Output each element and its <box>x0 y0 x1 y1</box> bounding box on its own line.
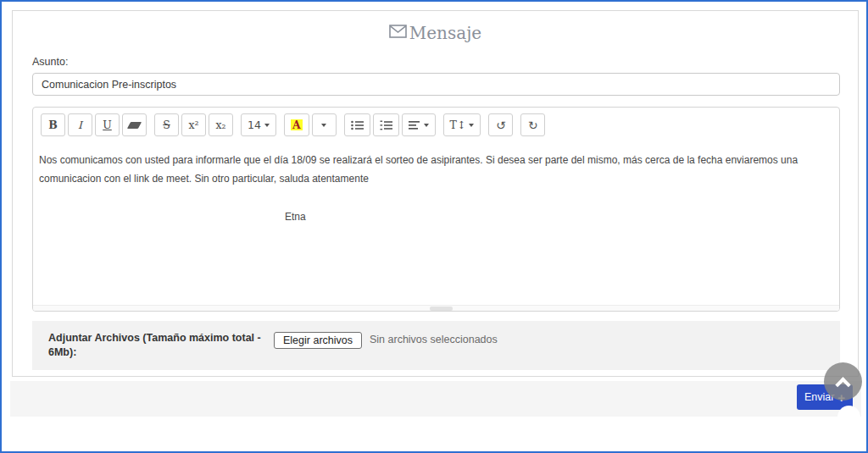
ordered-list-button[interactable] <box>373 113 399 136</box>
chevron-down-icon <box>424 124 429 127</box>
chevron-up-icon <box>835 377 850 392</box>
editor-toolbar: B I U S x² x₂ 14 A <box>33 108 839 141</box>
message-text: Nos comunicamos con usted para informarl… <box>39 151 833 188</box>
scrollbar-thumb[interactable] <box>430 307 453 311</box>
editor-horizontal-scrollbar[interactable] <box>33 305 839 311</box>
align-left-icon <box>409 120 420 130</box>
text-color-icon: A <box>291 119 303 130</box>
send-button-notch <box>837 406 860 428</box>
message-signature: Etna <box>39 207 833 226</box>
ordered-list-icon <box>380 120 392 130</box>
subscript-button[interactable]: x₂ <box>209 113 233 136</box>
subject-label: Asunto: <box>32 56 838 68</box>
font-size-dropdown[interactable]: 14 <box>241 113 276 136</box>
bullet-list-button[interactable] <box>344 113 370 136</box>
message-form-panel: Mensaje Asunto: Comunicacion Pre-inscrip… <box>12 10 859 377</box>
clear-format-button[interactable] <box>122 113 147 136</box>
bullet-list-icon <box>351 120 364 130</box>
subject-value: Comunicacion Pre-inscriptos <box>42 79 176 91</box>
attachments-label: Adjuntar Archivos (Tamaño máximo total -… <box>48 331 265 360</box>
italic-button[interactable]: I <box>68 113 92 136</box>
underline-button[interactable]: U <box>95 113 120 136</box>
rich-text-editor: B I U S x² x₂ 14 A <box>32 107 840 312</box>
redo-button[interactable]: ↻ <box>520 113 545 136</box>
editor-body[interactable]: Nos comunicamos con usted para informarl… <box>33 141 839 305</box>
page-title: Mensaje <box>32 23 838 43</box>
subject-input[interactable]: Comunicacion Pre-inscriptos <box>32 73 840 96</box>
eraser-icon <box>127 122 142 129</box>
bold-button[interactable]: B <box>41 113 65 136</box>
undo-button[interactable]: ↺ <box>488 113 513 136</box>
attachments-status: Sin archivos seleccionados <box>370 334 498 345</box>
choose-files-button[interactable]: Elegir archivos <box>274 332 362 349</box>
text-style-dropdown[interactable]: T↕ <box>443 113 481 136</box>
envelope-icon <box>389 25 407 41</box>
scroll-to-top-button[interactable] <box>824 362 862 401</box>
text-color-caret[interactable] <box>312 113 337 136</box>
strikethrough-button[interactable]: S <box>154 113 179 136</box>
app-window: Mensaje Asunto: Comunicacion Pre-inscrip… <box>0 0 868 453</box>
chevron-down-icon <box>321 124 326 127</box>
footer-bar <box>10 381 861 417</box>
chevron-down-icon <box>264 124 270 127</box>
attachments-section: Adjuntar Archivos (Tamaño máximo total -… <box>32 321 840 370</box>
chevron-down-icon <box>469 124 474 127</box>
text-color-button[interactable]: A <box>284 113 309 136</box>
superscript-button[interactable]: x² <box>181 113 206 136</box>
page-title-text: Mensaje <box>409 23 481 43</box>
align-dropdown[interactable] <box>402 113 436 136</box>
